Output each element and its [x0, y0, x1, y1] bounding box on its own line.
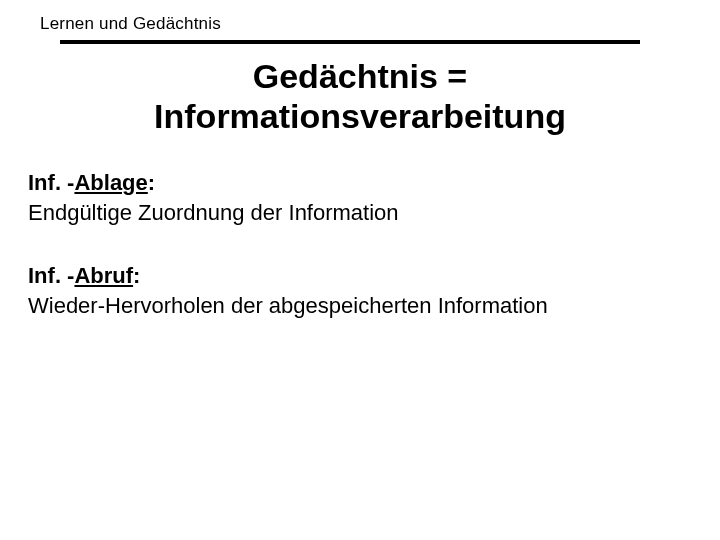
slide-header: Lernen und Gedächtnis [40, 14, 660, 52]
section-ablage-keyword: Ablage [74, 170, 147, 195]
section-ablage-body: Endgültige Zuordnung der Information [28, 198, 688, 228]
slide-body: Inf. -Ablage: Endgültige Zuordnung der I… [28, 168, 688, 355]
section-abruf-suffix: : [133, 263, 140, 288]
section-abruf: Inf. -Abruf: Wieder-Hervorholen der abge… [28, 261, 688, 320]
header-label: Lernen und Gedächtnis [40, 14, 660, 34]
slide: Lernen und Gedächtnis Gedächtnis = Infor… [0, 0, 720, 540]
section-abruf-title: Inf. -Abruf: [28, 261, 688, 291]
section-abruf-body: Wieder-Hervorholen der abgespeicherten I… [28, 291, 688, 321]
section-abruf-keyword: Abruf [74, 263, 133, 288]
section-ablage-suffix: : [148, 170, 155, 195]
section-ablage: Inf. -Ablage: Endgültige Zuordnung der I… [28, 168, 688, 227]
section-abruf-prefix: Inf. - [28, 263, 74, 288]
title-line-2: Informationsverarbeitung [0, 96, 720, 136]
section-ablage-title: Inf. -Ablage: [28, 168, 688, 198]
slide-title: Gedächtnis = Informationsverarbeitung [0, 56, 720, 136]
header-rule [60, 40, 640, 44]
section-ablage-prefix: Inf. - [28, 170, 74, 195]
title-line-1: Gedächtnis = [0, 56, 720, 96]
